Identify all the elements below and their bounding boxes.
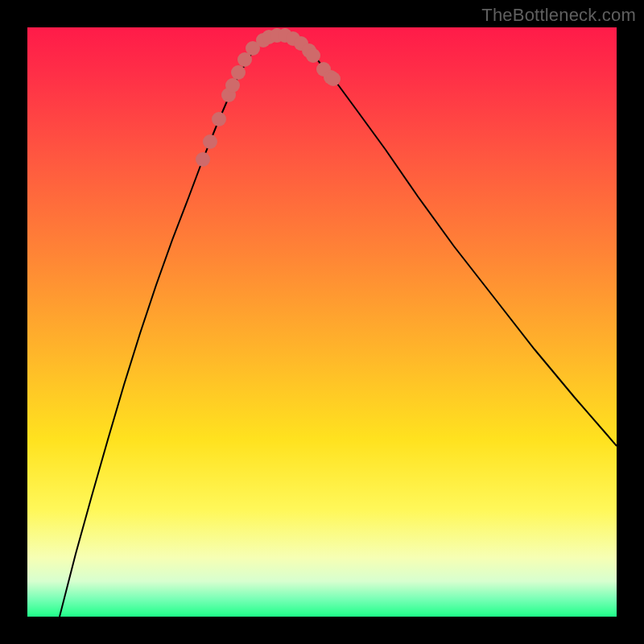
curve-marker — [203, 134, 217, 149]
chart-overlay — [27, 27, 617, 617]
curve-marker — [326, 72, 341, 86]
bottleneck-curve — [60, 35, 617, 617]
curve-marker — [225, 78, 240, 93]
watermark-text: TheBottleneck.com — [481, 5, 636, 26]
curve-marker — [212, 112, 226, 126]
curve-marker — [306, 48, 320, 63]
curve-marker — [231, 65, 246, 80]
chart-frame: TheBottleneck.com — [0, 0, 644, 644]
marker-group — [196, 28, 341, 167]
curve-marker — [196, 152, 210, 167]
